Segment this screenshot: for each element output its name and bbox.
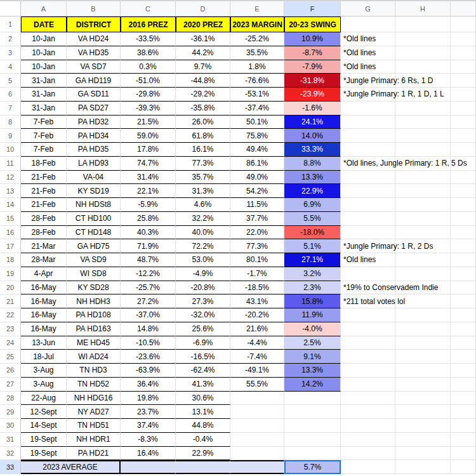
cell-2023-margin[interactable]: 75.8% (230, 129, 284, 143)
cell-swing[interactable]: 5.1% (284, 239, 341, 253)
cell-district[interactable]: PA HD21 (67, 447, 121, 461)
row-number[interactable]: 6 (0, 88, 21, 102)
column-header-f-selected[interactable]: F (284, 1, 341, 17)
column-header-c[interactable]: C (121, 1, 176, 17)
cell-2023-margin[interactable]: 50.1% (230, 116, 284, 129)
cell-swing[interactable]: 9.1% (284, 350, 341, 364)
cell-empty[interactable] (395, 46, 451, 60)
cell-2016-prez[interactable]: 19.8% (121, 392, 176, 406)
cell-2020-prez[interactable]: -36.1% (176, 32, 230, 46)
row-number[interactable]: 9 (0, 129, 21, 143)
cell-district[interactable]: TN HD3 (67, 364, 121, 378)
cell-district[interactable]: PA SD27 (67, 102, 121, 116)
cell-note[interactable] (341, 336, 395, 350)
cell-district[interactable]: GA SD11 (67, 88, 121, 102)
cell-date[interactable]: 16-May (21, 294, 67, 308)
cell-note[interactable] (341, 171, 395, 185)
cell-2023-margin[interactable]: 11.5% (230, 198, 284, 212)
cell-swing[interactable]: 22.9% (284, 184, 341, 198)
cell-note[interactable] (341, 102, 395, 116)
row-number[interactable]: 3 (0, 46, 21, 60)
cell-2016-prez[interactable]: -8.3% (121, 433, 176, 447)
cell-district[interactable]: NH HDG16 (67, 392, 121, 406)
cell-empty[interactable] (395, 281, 451, 295)
cell-swing[interactable]: 10.9% (284, 32, 341, 46)
cell-note[interactable] (341, 378, 395, 392)
row-number[interactable]: 2 (0, 32, 21, 46)
cell-district[interactable]: LA HD93 (67, 157, 121, 171)
cell-district[interactable]: CT HD148 (67, 226, 121, 240)
cell-2023-margin[interactable]: -37.4% (230, 102, 284, 116)
cell-note[interactable] (341, 322, 395, 336)
cell-empty[interactable] (395, 433, 451, 447)
cell-2016-prez[interactable]: -10.5% (121, 336, 176, 350)
cell-2016-prez[interactable]: 23.7% (121, 405, 176, 419)
cell-empty[interactable] (395, 17, 451, 32)
cell-note[interactable] (341, 212, 395, 226)
row-number[interactable]: 8 (0, 116, 21, 129)
cell-note[interactable] (341, 350, 395, 364)
row-number[interactable]: 1 (0, 17, 21, 32)
cell-2020-prez[interactable]: 77.3% (176, 157, 230, 171)
cell-note[interactable]: *Jungle Primary: 6 Rs, 1 D (341, 74, 395, 88)
cell-2020-prez[interactable]: 30.6% (176, 392, 230, 406)
cell-2020-prez[interactable]: -6.9% (176, 336, 230, 350)
cell-note[interactable] (341, 184, 395, 198)
select-all-corner[interactable] (0, 1, 21, 17)
cell-2016-prez[interactable]: 71.9% (121, 239, 176, 253)
cell-district[interactable]: VA HD24 (67, 32, 121, 46)
cell-2023-margin[interactable] (230, 419, 284, 433)
cell-empty[interactable] (395, 157, 451, 171)
row-number[interactable]: 25 (0, 350, 21, 364)
cell-note[interactable] (341, 116, 395, 129)
average-swing-cell-selected[interactable]: 5.7% (284, 460, 341, 474)
cell-2016-prez[interactable]: -37.0% (121, 308, 176, 322)
cell-2020-prez[interactable]: 25.6% (176, 322, 230, 336)
cell-date[interactable]: 4-Apr (21, 267, 67, 281)
header-2020-prez[interactable]: 2020 PREZ (176, 17, 230, 32)
cell-2020-prez[interactable]: 61.8% (176, 129, 230, 143)
cell-2020-prez[interactable]: 4.6% (176, 198, 230, 212)
cell-2023-margin[interactable]: 1.8% (230, 60, 284, 74)
cell-swing[interactable]: -31.8% (284, 74, 341, 88)
cell-note[interactable] (341, 143, 395, 157)
cell-date[interactable]: 31-Jan (21, 74, 67, 88)
cell-empty[interactable] (341, 460, 395, 474)
cell-2023-margin[interactable]: 54.2% (230, 184, 284, 198)
cell-2020-prez[interactable]: -20.8% (176, 281, 230, 295)
cell-note[interactable] (341, 447, 395, 461)
cell-2023-margin[interactable] (230, 447, 284, 461)
cell-empty[interactable] (395, 253, 451, 267)
cell-empty[interactable] (395, 143, 451, 157)
cell-date[interactable]: 19-Sept (21, 433, 67, 447)
column-header-h[interactable]: H (395, 1, 451, 17)
cell-2023-margin[interactable]: -76.6% (230, 74, 284, 88)
cell-date[interactable]: 7-Feb (21, 116, 67, 129)
cell-note[interactable] (341, 308, 395, 322)
cell-2020-prez[interactable]: 35.7% (176, 171, 230, 185)
row-number[interactable]: 31 (0, 433, 21, 447)
cell-swing[interactable]: 27.1% (284, 253, 341, 267)
cell-swing[interactable]: 15.8% (284, 294, 341, 308)
cell-district[interactable]: TN HD52 (67, 378, 121, 392)
cell-district[interactable]: NY AD27 (67, 405, 121, 419)
cell-2020-prez[interactable]: -29.2% (176, 88, 230, 102)
row-number[interactable]: 4 (0, 60, 21, 74)
cell-2023-margin[interactable]: 22.0% (230, 226, 284, 240)
cell-empty[interactable] (395, 239, 451, 253)
cell-note[interactable]: *Old lines (341, 253, 395, 267)
cell-note[interactable]: *Jungle Primary: 1 R, 1 D, 1 L (341, 88, 395, 102)
cell-district[interactable]: VA-04 (67, 171, 121, 185)
cell-2016-prez[interactable]: -39.3% (121, 102, 176, 116)
cell-2020-prez[interactable]: -32.0% (176, 308, 230, 322)
cell-note[interactable]: *Old lines, Jungle Primary: 1 R, 5 Ds (341, 157, 395, 171)
cell-2020-prez[interactable]: 53.0% (176, 253, 230, 267)
cell-district[interactable]: NH HDR1 (67, 433, 121, 447)
cell-swing[interactable]: -1.6% (284, 102, 341, 116)
cell-2016-prez[interactable]: 36.4% (121, 378, 176, 392)
cell-2020-prez[interactable]: -44.8% (176, 74, 230, 88)
cell-note[interactable]: *Old lines (341, 60, 395, 74)
cell-empty[interactable] (395, 322, 451, 336)
cell-date[interactable]: 7-Feb (21, 143, 67, 157)
cell-2023-margin[interactable] (230, 405, 284, 419)
